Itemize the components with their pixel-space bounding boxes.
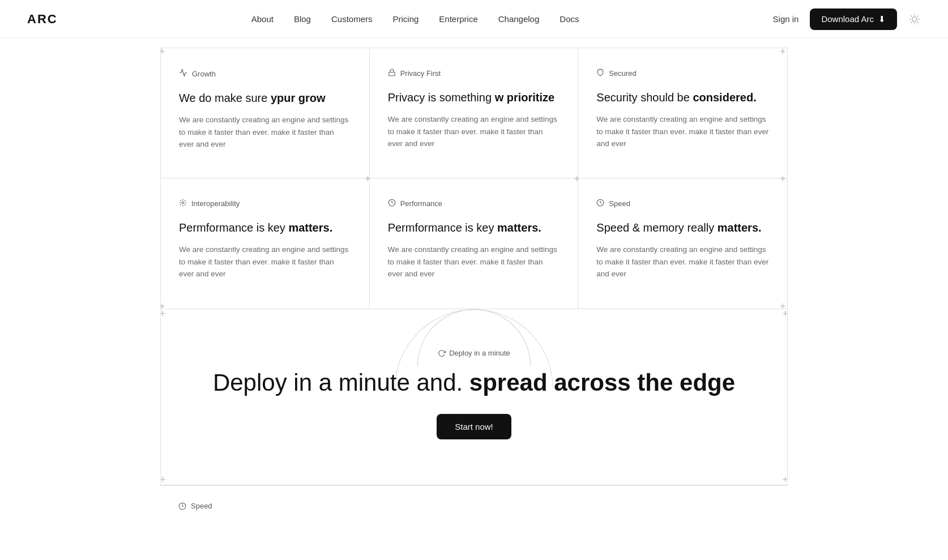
secured-tag-label: Secured xyxy=(609,69,636,78)
features-grid: Growth We do make sure ypur grow We are … xyxy=(160,48,788,309)
feature-card-secured: Secured Security should be considered. W… xyxy=(578,48,787,178)
privacy-tag-label: Privacy First xyxy=(400,69,441,78)
performance-title-regular: Permformance is key xyxy=(388,221,497,234)
performance-title-bold: matters. xyxy=(497,221,541,234)
features-section: Growth We do make sure ypur grow We are … xyxy=(160,48,788,309)
card-title-speed: Speed & memory really matters. xyxy=(596,220,769,236)
secured-title-regular: Security should be xyxy=(596,91,693,104)
svg-point-10 xyxy=(182,202,184,204)
deploy-heading: Deploy in a minute and. spread across th… xyxy=(179,369,769,397)
secured-icon xyxy=(596,69,604,78)
speed-tag-label: Speed xyxy=(609,199,630,208)
deploy-cross-tr: + xyxy=(782,309,788,320)
nav-link-blog[interactable]: Blog xyxy=(294,14,311,24)
svg-point-0 xyxy=(912,16,917,21)
privacy-title-bold: w prioritize xyxy=(495,91,555,104)
interop-title-bold: matters. xyxy=(288,221,332,234)
navbar: ARC About Blog Customers Pricing Enterpr… xyxy=(0,0,948,39)
download-button[interactable]: Download Arc ⬇ xyxy=(810,8,897,30)
card-title-performance: Permformance is key matters. xyxy=(388,220,560,236)
growth-title-regular: We do make sure xyxy=(179,92,271,104)
svg-line-8 xyxy=(917,15,918,16)
secured-title-bold: considered. xyxy=(693,91,756,104)
feature-card-interop: Interoperability Permformance is key mat… xyxy=(161,178,370,309)
feature-card-growth: Growth We do make sure ypur grow We are … xyxy=(161,48,370,178)
card-tag-speed: Speed xyxy=(596,199,769,208)
svg-line-5 xyxy=(911,15,912,16)
speed-title-bold: matters. xyxy=(718,221,762,234)
growth-title-bold: ypur grow xyxy=(271,92,326,104)
growth-tag-label: Growth xyxy=(192,70,216,78)
card-title-growth: We do make sure ypur grow xyxy=(179,90,351,106)
nav-link-changelog[interactable]: Changelog xyxy=(498,14,540,24)
corner-cross-mr xyxy=(780,174,789,183)
svg-line-6 xyxy=(917,22,918,23)
nav-link-enterprice[interactable]: Enterprice xyxy=(439,14,477,24)
nav-links: About Blog Customers Pricing Enterprice … xyxy=(251,14,579,24)
deploy-cross-bl: + xyxy=(160,474,166,485)
growth-desc: We are constantly creating an engine and… xyxy=(179,114,351,151)
interop-desc: We are constantly creating an engine and… xyxy=(179,243,351,280)
corner-cross-tr xyxy=(780,46,789,55)
performance-desc: We are constantly creating an engine and… xyxy=(388,243,560,280)
deploy-heading-bold: spread across the edge xyxy=(469,369,735,396)
card-tag-growth: Growth xyxy=(179,69,351,79)
card-tag-secured: Secured xyxy=(596,69,769,78)
download-icon: ⬇ xyxy=(878,14,886,24)
speed-icon xyxy=(596,199,604,208)
theme-toggle-icon[interactable] xyxy=(908,13,921,25)
deploy-tag: Deploy in a minute xyxy=(438,349,510,357)
interop-icon xyxy=(179,199,187,208)
deploy-cross-br: + xyxy=(782,474,788,485)
deploy-tag-label: Deploy in a minute xyxy=(449,349,510,357)
start-now-button[interactable]: Start now! xyxy=(437,414,511,439)
nav-link-pricing[interactable]: Pricing xyxy=(393,14,419,24)
card-tag-privacy: Privacy First xyxy=(388,69,560,78)
performance-tag-label: Performance xyxy=(400,199,442,208)
card-title-privacy: Privacy is something w prioritize xyxy=(388,89,560,105)
card-tag-interop: Interoperability xyxy=(179,199,351,208)
card-title-secured: Security should be considered. xyxy=(596,89,769,105)
performance-icon xyxy=(388,199,396,208)
deploy-tag-icon xyxy=(438,349,446,357)
privacy-icon xyxy=(388,69,396,78)
download-label: Download Arc xyxy=(821,14,874,24)
nav-link-about[interactable]: About xyxy=(251,14,274,24)
deploy-circle-inner xyxy=(417,309,531,366)
feature-card-performance: Performance Permformance is key matters.… xyxy=(370,178,579,309)
privacy-desc: We are constantly creating an engine and… xyxy=(388,113,560,150)
secured-desc: We are constantly creating an engine and… xyxy=(596,113,769,150)
bottom-speed-icon xyxy=(178,502,186,510)
feature-card-privacy: Privacy First Privacy is something w pri… xyxy=(370,48,579,178)
deploy-section: + + + + Deploy in a minute Deploy in a m… xyxy=(160,309,788,485)
sign-in-link[interactable]: Sign in xyxy=(773,14,799,24)
corner-cross-mm2 xyxy=(574,174,583,183)
corner-cross-mm xyxy=(365,174,374,183)
nav-link-docs[interactable]: Docs xyxy=(560,14,579,24)
bottom-peek: Speed xyxy=(160,485,788,510)
interop-tag-label: Interoperability xyxy=(191,199,240,208)
svg-rect-9 xyxy=(388,72,395,75)
nav-logo[interactable]: ARC xyxy=(27,12,58,27)
feature-card-speed: Speed Speed & memory really matters. We … xyxy=(578,178,787,309)
privacy-title-regular: Privacy is something xyxy=(388,91,495,104)
card-title-interop: Permformance is key matters. xyxy=(179,220,351,236)
speed-title-regular: Speed & memory really xyxy=(596,221,717,234)
deploy-heading-regular: Deploy in a minute and. xyxy=(213,369,469,396)
speed-desc: We are constantly creating an engine and… xyxy=(596,243,769,280)
corner-cross-tl xyxy=(159,46,168,55)
nav-actions: Sign in Download Arc ⬇ xyxy=(773,8,921,30)
bottom-tag-label: Speed xyxy=(191,502,212,510)
interop-title-regular: Permformance is key xyxy=(179,221,288,234)
growth-icon xyxy=(179,69,187,79)
nav-link-customers[interactable]: Customers xyxy=(331,14,373,24)
card-tag-performance: Performance xyxy=(388,199,560,208)
deploy-cross-tl: + xyxy=(160,309,166,320)
svg-line-7 xyxy=(911,22,912,23)
